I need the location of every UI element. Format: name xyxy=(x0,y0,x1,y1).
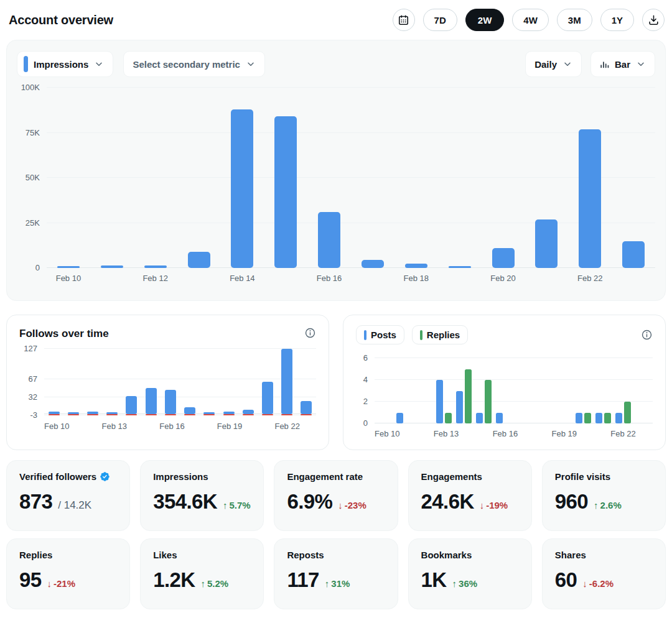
posts-bar-feb-16[interactable] xyxy=(496,413,503,424)
granularity-dropdown[interactable]: Daily xyxy=(525,51,582,77)
impressions-bar-feb-19[interactable] xyxy=(449,266,471,268)
impressions-bar-feb-14[interactable] xyxy=(231,109,253,268)
stat-label: Profile visits xyxy=(555,471,653,482)
stat-card-shares: Shares60↓ -6.2% xyxy=(542,538,666,609)
unfollows-bar-feb-13[interactable] xyxy=(106,414,118,415)
unfollows-bar-feb-16[interactable] xyxy=(165,414,176,415)
chart-legend: Posts Replies xyxy=(356,325,468,344)
posts-bar-feb-11[interactable] xyxy=(396,413,403,424)
unfollows-bar-feb-15[interactable] xyxy=(146,414,157,415)
impressions-bar-feb-15[interactable] xyxy=(274,116,297,268)
impressions-bar-feb-17[interactable] xyxy=(362,260,384,268)
impressions-bar-feb-22[interactable] xyxy=(579,129,601,268)
impressions-bar-feb-20[interactable] xyxy=(492,248,515,268)
posts-swatch xyxy=(364,330,366,340)
unfollows-bar-feb-11[interactable] xyxy=(68,414,79,415)
posts-bar-feb-20[interactable] xyxy=(576,413,582,424)
unfollows-bar-feb-23[interactable] xyxy=(301,414,312,415)
follows-bar-feb-21[interactable] xyxy=(262,382,273,414)
chart-slot-feb-13 xyxy=(177,88,221,268)
range-pill-7d[interactable]: 7D xyxy=(423,9,457,31)
impressions-bar-feb-18[interactable] xyxy=(405,264,427,268)
impressions-bar-feb-10[interactable] xyxy=(57,266,80,268)
follows-bar-feb-23[interactable] xyxy=(301,401,312,414)
posts-bar-feb-22[interactable] xyxy=(615,413,622,424)
follows-bar-feb-20[interactable] xyxy=(243,410,254,414)
impressions-bar-feb-21[interactable] xyxy=(535,219,558,268)
unfollows-bar-feb-12[interactable] xyxy=(87,414,98,415)
stat-label-text: Engagements xyxy=(421,471,482,482)
chart-slot-feb-15 xyxy=(141,349,161,416)
stat-label-text: Reposts xyxy=(287,550,324,560)
impressions-bar-feb-16[interactable] xyxy=(318,212,340,268)
replies-bar-feb-22[interactable] xyxy=(624,402,631,423)
calendar-icon xyxy=(398,14,409,26)
secondary-metric-dropdown[interactable]: Select secondary metric xyxy=(123,51,265,77)
range-pill-3m[interactable]: 3M xyxy=(557,9,592,31)
unfollows-bar-feb-10[interactable] xyxy=(49,414,60,415)
replies-bar-feb-15[interactable] xyxy=(485,380,492,423)
chart-slot-feb-21 xyxy=(593,358,613,423)
posts-bar-feb-13[interactable] xyxy=(436,380,443,423)
secondary-charts-row: Follows over time -33267127Feb 10Feb 13F… xyxy=(6,315,666,450)
unfollows-bar-feb-21[interactable] xyxy=(262,414,273,415)
posts-bar-feb-21[interactable] xyxy=(595,413,602,424)
primary-metric-dropdown[interactable]: Impressions xyxy=(17,51,113,77)
chart-type-dropdown[interactable]: Bar xyxy=(590,51,655,77)
replies-bar-feb-21[interactable] xyxy=(604,413,611,424)
posts-bar-feb-15[interactable] xyxy=(476,413,483,424)
info-icon[interactable] xyxy=(641,329,653,341)
follows-bar-feb-16[interactable] xyxy=(165,390,176,414)
calendar-button[interactable] xyxy=(393,9,415,31)
replies-bar-feb-13[interactable] xyxy=(445,413,452,424)
y-axis-tick: 100K xyxy=(17,83,40,92)
impressions-bar-feb-11[interactable] xyxy=(101,265,123,268)
stat-total: / 14.2K xyxy=(58,499,91,512)
impressions-bar-feb-23[interactable] xyxy=(622,241,645,269)
x-axis-tick xyxy=(612,274,655,283)
unfollows-bar-feb-14[interactable] xyxy=(126,414,137,415)
range-pill-1y[interactable]: 1Y xyxy=(600,9,634,31)
x-axis-tick xyxy=(438,274,482,283)
stat-label: Likes xyxy=(153,550,251,560)
legend-replies-chip[interactable]: Replies xyxy=(412,325,468,344)
unfollows-bar-feb-20[interactable] xyxy=(243,414,254,415)
chart-slot-feb-19 xyxy=(553,358,573,423)
impressions-bar-feb-13[interactable] xyxy=(188,252,210,268)
unfollows-bar-feb-22[interactable] xyxy=(281,414,292,415)
x-axis-tick xyxy=(594,429,610,438)
follows-bar-feb-15[interactable] xyxy=(146,388,157,413)
range-pill-2w[interactable]: 2W xyxy=(465,9,505,31)
download-button[interactable] xyxy=(642,9,665,31)
chart-slot-feb-23 xyxy=(612,88,655,268)
follows-bar-feb-22[interactable] xyxy=(281,349,292,414)
posts-replies-chart: 0246Feb 10Feb 13Feb 16Feb 19Feb 22 xyxy=(356,358,653,438)
stat-label: Engagement rate xyxy=(287,471,385,482)
x-axis-tick xyxy=(518,429,534,438)
replies-bar-feb-14[interactable] xyxy=(465,369,472,424)
unfollows-bar-feb-18[interactable] xyxy=(203,414,215,415)
stat-label: Reposts xyxy=(287,550,385,560)
y-axis-tick: 6 xyxy=(356,353,368,362)
x-axis-tick xyxy=(258,422,274,431)
replies-bar-feb-20[interactable] xyxy=(584,413,591,424)
info-icon[interactable] xyxy=(304,327,316,339)
stat-label: Verified followers xyxy=(19,471,117,482)
unfollows-bar-feb-17[interactable] xyxy=(184,414,195,415)
x-axis-tick xyxy=(90,274,134,283)
chart-slot-feb-17 xyxy=(513,358,533,423)
range-pill-4w[interactable]: 4W xyxy=(512,9,549,31)
follows-bar-feb-14[interactable] xyxy=(126,396,137,414)
impressions-bar-feb-12[interactable] xyxy=(144,265,167,268)
unfollows-bar-feb-19[interactable] xyxy=(223,414,235,415)
posts-replies-chart-card: Posts Replies 0246Feb 10Feb 13Feb 16Feb … xyxy=(343,315,666,450)
impressions-daily-slots xyxy=(47,88,655,268)
x-axis-tick: Feb 13 xyxy=(102,422,127,431)
posts-bar-feb-14[interactable] xyxy=(456,391,463,424)
legend-posts-chip[interactable]: Posts xyxy=(356,325,404,344)
chart-display-controls: Daily Bar xyxy=(525,51,655,77)
impressions-daily-plot: 025K50K75K100K xyxy=(47,88,655,268)
arrow-up-icon: ↑ xyxy=(594,500,599,510)
follows-bar-feb-17[interactable] xyxy=(184,407,195,414)
chart-slot-feb-18 xyxy=(533,358,553,423)
